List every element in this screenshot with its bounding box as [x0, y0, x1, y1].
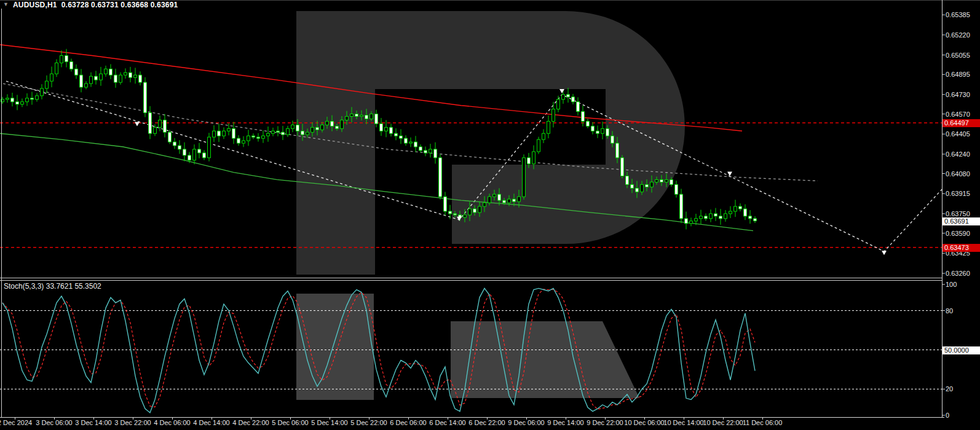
price-tick-label: 0.63590 — [946, 230, 970, 238]
stochastic-lines — [2, 288, 755, 412]
price-tick-label: 0.63915 — [946, 190, 970, 198]
chart-window: ▼ AUDUSD,H1 0.63728 0.63731 0.63668 0.63… — [0, 0, 980, 430]
stochastic-indicator-label: Stoch(5,3,3) 33.7621 55.3502 — [4, 282, 101, 291]
price-tick-label: 0.64730 — [946, 91, 970, 99]
price-tick-label: 0.64405 — [946, 130, 970, 138]
price-tick-label: 0.65220 — [946, 31, 970, 39]
stoch-tick-label: 20 — [946, 385, 953, 393]
stoch-tick-label: 100 — [946, 281, 957, 289]
price-marker-label: 0.64497 — [942, 119, 980, 127]
stoch-marker-label: 50.0000 — [942, 346, 980, 354]
price-tick-label: 0.64570 — [946, 111, 970, 119]
price-tick-label: 0.64895 — [946, 71, 970, 79]
symbol-period-title: AUDUSD,H1 — [13, 1, 57, 9]
time-tick-label: 11 Dec 06:00 — [738, 419, 787, 426]
price-tick-label: 0.65385 — [946, 11, 970, 19]
price-marker-label: 0.63691 — [942, 217, 980, 225]
watermark-logo — [296, 11, 685, 400]
price-tick-label: 0.64080 — [946, 170, 970, 178]
chart-canvas[interactable] — [0, 0, 980, 430]
price-marker-label: 0.63473 — [942, 244, 980, 252]
ohlc-readout: 0.63728 0.63731 0.63668 0.63691 — [61, 1, 178, 9]
stoch-tick-label: 80 — [946, 307, 953, 315]
stoch-tick-label: 0 — [946, 412, 949, 420]
price-tick-label: 0.65055 — [946, 52, 970, 60]
chart-title-bar: ▼ AUDUSD,H1 0.63728 0.63731 0.63668 0.63… — [3, 1, 178, 9]
price-tick-label: 0.64240 — [946, 150, 970, 158]
price-tick-label: 0.63260 — [946, 270, 970, 278]
symbol-dropdown-icon[interactable]: ▼ — [3, 1, 9, 9]
